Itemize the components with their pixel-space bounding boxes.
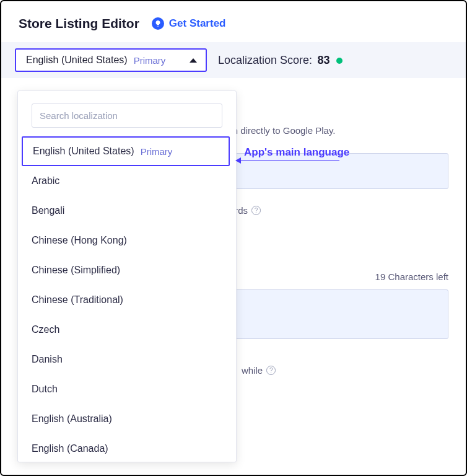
localization-score: Localization Score: 83 (218, 54, 343, 67)
search-input[interactable] (32, 104, 222, 128)
help-icon[interactable]: ? (251, 206, 261, 215)
language-option-label: Chinese (Traditional) (32, 294, 123, 306)
app-frame: Store Listing Editor Get Started English… (0, 0, 467, 476)
language-option[interactable]: English (Canada) (18, 434, 234, 462)
language-option-label: English (Canada) (32, 443, 108, 454)
language-option-label: Bengali (32, 205, 64, 216)
language-option[interactable]: English (United States)Primary (22, 136, 230, 166)
language-option-label: Danish (32, 354, 63, 365)
language-option-label: Dutch (32, 384, 58, 395)
get-started-link[interactable]: Get Started (152, 17, 226, 30)
search-wrap (18, 91, 236, 136)
push-to-play-text: ush directly to Google Play. (223, 125, 448, 136)
words-hint: words ? (223, 205, 448, 216)
language-option-label: Chinese (Hong Kong) (32, 235, 127, 246)
language-option[interactable]: English (Australia) (18, 404, 234, 434)
language-list[interactable]: English (United States)PrimaryArabicBeng… (18, 136, 236, 462)
language-bar: English (United States) Primary Localiza… (1, 42, 466, 78)
get-started-label: Get Started (169, 17, 226, 30)
arrow-left-icon (240, 160, 339, 161)
header: Store Listing Editor Get Started (1, 1, 466, 42)
status-dot-icon (336, 58, 343, 64)
language-option[interactable]: Bengali (18, 196, 234, 226)
language-option-label: Czech (32, 324, 59, 335)
localization-score-value: 83 (318, 54, 330, 66)
while-hint-label: while (242, 365, 263, 376)
page-title: Store Listing Editor (19, 16, 139, 31)
language-option-label: Arabic (32, 175, 59, 187)
language-selector-current: English (United States) (26, 55, 128, 66)
language-option-label: Chinese (Simplified) (32, 265, 120, 276)
language-selector[interactable]: English (United States) Primary (15, 48, 207, 72)
localization-score-label: Localization Score: (218, 54, 312, 66)
primary-tag: Primary (134, 55, 166, 66)
annotation-callout: App's main language (240, 146, 349, 161)
while-hint: while ? (242, 365, 448, 376)
chevron-up-icon (190, 58, 197, 63)
lightbulb-icon (152, 17, 164, 30)
help-icon[interactable]: ? (266, 366, 276, 375)
language-option[interactable]: Chinese (Hong Kong) (18, 226, 234, 255)
language-dropdown: English (United States)PrimaryArabicBeng… (17, 90, 237, 462)
language-option[interactable]: Arabic (18, 166, 234, 196)
language-option-label: English (Australia) (32, 413, 112, 425)
language-option[interactable]: Danish (18, 345, 234, 374)
language-option[interactable]: Chinese (Simplified) (18, 255, 234, 285)
language-option[interactable]: Czech (18, 315, 234, 345)
language-option[interactable]: Dutch (18, 374, 234, 404)
annotation-label: App's main language (244, 146, 349, 159)
language-option[interactable]: Chinese (Traditional) (18, 285, 234, 315)
primary-tag: Primary (141, 146, 173, 157)
language-option-label: English (United States) (33, 146, 134, 157)
